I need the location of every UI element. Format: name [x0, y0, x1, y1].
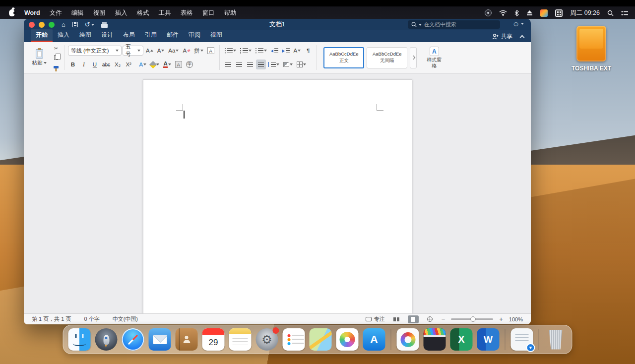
shrink-font-button[interactable]: A [156, 46, 166, 56]
dock-launchpad-icon[interactable] [95, 328, 118, 351]
justify-button[interactable] [256, 60, 266, 69]
subscript-button[interactable]: X₂ [113, 60, 123, 69]
tab-layout[interactable]: 布局 [118, 29, 140, 42]
zoom-out-button[interactable]: − [442, 315, 445, 323]
dock-finder-icon[interactable] [68, 328, 91, 351]
dock-notes-icon[interactable] [229, 328, 252, 351]
page-indicator[interactable]: 第 1 页，共 1 页 [32, 315, 71, 323]
menu-view[interactable]: 视图 [93, 9, 106, 17]
dock-contacts-icon[interactable] [176, 328, 198, 351]
wifi-icon[interactable] [499, 10, 507, 16]
menu-tools[interactable]: 工具 [159, 9, 171, 17]
dock-app-store-icon[interactable]: A [363, 328, 385, 351]
menu-window[interactable]: 窗口 [202, 9, 215, 17]
status-app-icon[interactable] [485, 9, 492, 16]
menu-format[interactable]: 格式 [137, 9, 149, 17]
bluetooth-icon[interactable] [514, 10, 519, 16]
increase-indent-button[interactable] [281, 46, 291, 56]
dock-calendar-icon[interactable]: 29 [202, 328, 225, 351]
zoom-slider[interactable] [451, 318, 493, 320]
menu-help[interactable]: 帮助 [224, 9, 237, 17]
underline-button[interactable]: U [90, 60, 100, 69]
format-painter-button[interactable] [52, 63, 61, 71]
document-page[interactable] [143, 79, 412, 313]
align-left-button[interactable] [223, 60, 233, 69]
web-layout-button[interactable] [425, 315, 436, 323]
multilevel-list-button[interactable] [254, 46, 268, 56]
tab-mailings[interactable]: 邮件 [162, 29, 184, 42]
minimize-button[interactable] [39, 22, 45, 28]
desktop-drive-toshiba[interactable]: TOSHIBA EXT [570, 26, 613, 72]
highlight-button[interactable] [149, 60, 161, 69]
word-count[interactable]: 0 个字 [84, 315, 99, 323]
dock-mail-icon[interactable] [149, 328, 171, 351]
bold-button[interactable]: B [68, 60, 78, 69]
change-case-button[interactable]: Aa [167, 46, 180, 56]
align-right-button[interactable] [245, 60, 255, 69]
menu-table[interactable]: 表格 [181, 9, 193, 17]
tab-references[interactable]: 引用 [140, 29, 162, 42]
decrease-indent-button[interactable] [269, 46, 280, 56]
dock-system-preferences-icon[interactable]: ⚙ [256, 328, 278, 351]
dock-cloud-document-app-icon[interactable] [511, 328, 533, 351]
dock-excel-icon[interactable]: X [450, 328, 473, 351]
zoom-in-button[interactable]: + [499, 315, 503, 323]
dock-word-icon[interactable]: W [477, 328, 500, 351]
superscript-button[interactable]: X² [124, 60, 133, 69]
font-color-button[interactable]: A [162, 60, 172, 69]
character-shading-button[interactable]: A [174, 60, 184, 69]
grow-font-button[interactable]: A [144, 46, 155, 56]
line-spacing-button[interactable] [267, 60, 281, 69]
input-method-icon[interactable] [540, 9, 548, 17]
share-button[interactable]: 共享 [492, 33, 512, 40]
focus-mode-button[interactable]: 专注 [366, 315, 385, 323]
close-button[interactable] [29, 22, 35, 28]
enclose-characters-button[interactable]: 字 [185, 60, 194, 69]
menu-bar-clock[interactable]: 周二 09:26 [570, 9, 600, 17]
shading-button[interactable] [282, 60, 294, 69]
italic-button[interactable]: I [79, 60, 89, 69]
print-icon[interactable] [101, 24, 108, 28]
more-styles-button[interactable] [410, 47, 417, 68]
cut-button[interactable]: ✂ [52, 44, 61, 52]
zoom-button[interactable] [49, 22, 55, 28]
paste-button[interactable]: 粘贴 [29, 49, 50, 66]
feedback-smiley-button[interactable]: ☺ [512, 20, 524, 28]
character-border-button[interactable]: A [206, 46, 216, 56]
read-mode-button[interactable] [391, 315, 402, 323]
tab-draw[interactable]: 绘图 [74, 29, 96, 42]
phonetic-guide-button[interactable]: 拼 [192, 46, 205, 56]
strikethrough-button[interactable]: abc [101, 60, 112, 69]
keyboard-icon[interactable] [555, 9, 563, 17]
tab-review[interactable]: 审阅 [184, 29, 205, 42]
apple-menu-icon[interactable] [9, 9, 15, 16]
print-layout-button[interactable] [408, 315, 419, 323]
language-indicator[interactable]: 中文(中国) [113, 315, 138, 323]
home-icon[interactable]: ⌂ [62, 21, 65, 28]
tab-view[interactable]: 视图 [205, 29, 227, 42]
collapse-ribbon-chevron[interactable] [520, 35, 525, 40]
dock-photos-icon[interactable] [336, 328, 359, 351]
menu-app-name[interactable]: Word [24, 9, 40, 16]
menu-edit[interactable]: 编辑 [71, 9, 84, 17]
dock-trash-icon[interactable] [545, 328, 567, 351]
dock-maps-icon[interactable] [310, 328, 332, 351]
style-no-spacing[interactable]: AaBbCcDdEe 无间隔 [367, 47, 407, 68]
save-icon[interactable] [72, 22, 78, 27]
spotlight-search-icon[interactable] [607, 10, 614, 16]
copy-button[interactable] [52, 54, 61, 61]
tab-insert[interactable]: 插入 [53, 29, 74, 42]
zoom-slider-thumb[interactable] [470, 316, 476, 322]
show-paragraph-marks-button[interactable]: ¶ [303, 46, 313, 56]
style-normal[interactable]: AaBbCcDdEe 正文 [323, 47, 364, 68]
notification-center-icon[interactable] [621, 10, 628, 16]
numbering-button[interactable] [239, 46, 253, 56]
dock-reminders-icon[interactable] [283, 328, 305, 351]
menu-file[interactable]: 文件 [50, 9, 62, 17]
tab-home[interactable]: 开始 [31, 29, 53, 42]
dock-color-ring-app-icon[interactable] [397, 328, 419, 351]
document-search-field[interactable]: 在文档中搜索 [408, 20, 500, 29]
eject-icon[interactable] [526, 10, 533, 16]
font-name-select[interactable]: 等线 (中文正文) [68, 46, 122, 56]
undo-button[interactable]: ↺ [85, 21, 94, 28]
